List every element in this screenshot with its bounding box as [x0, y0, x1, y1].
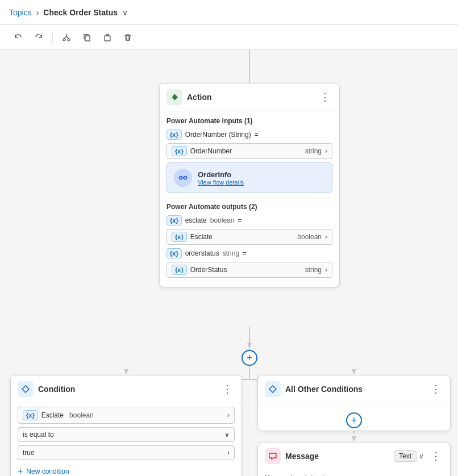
copy-button[interactable]: [78, 28, 96, 47]
message-card-menu-icon[interactable]: ⋮: [428, 450, 443, 462]
output1-var-row: {x} esclate boolean =: [166, 215, 332, 226]
new-condition-plus-icon: +: [18, 467, 23, 476]
action-card-title: Action: [187, 93, 313, 102]
breadcrumb-separator: ›: [36, 8, 39, 17]
svg-marker-16: [172, 94, 178, 101]
message-card-title: Message: [285, 452, 389, 461]
message-card-body: Your order status is...: [258, 470, 450, 476]
output1-field-type: boolean: [297, 233, 322, 241]
section-divider: [166, 198, 332, 198]
output1-chevron-icon: ›: [325, 233, 327, 241]
inputs-section-label: Power Automate inputs (1): [166, 117, 332, 125]
output2-badge: {x}: [166, 248, 182, 258]
cond-field-name: Esclate: [41, 411, 64, 419]
redo-button[interactable]: [30, 28, 48, 47]
message-card: Message Text ∨ ⋮ Your order status is...: [257, 442, 451, 476]
condition-card-header: Condition ⋮: [11, 375, 242, 403]
message-card-header: Message Text ∨ ⋮: [258, 442, 450, 470]
output1-field-row[interactable]: {x} Esclate boolean ›: [166, 229, 332, 245]
other-conditions-card: All Other Conditions ⋮ +: [257, 375, 451, 431]
condition-card-menu-icon[interactable]: ⋮: [220, 383, 235, 395]
other-condition-icon: [265, 381, 281, 397]
action-card-header: Action ⋮: [160, 83, 339, 111]
cond-field-badge: {x}: [23, 410, 38, 420]
breadcrumb-current: Check Order Status: [43, 8, 118, 17]
output1-field-badge: {x}: [172, 232, 187, 242]
breadcrumb-parent[interactable]: Topics: [9, 8, 32, 17]
condition-value: true: [23, 449, 35, 457]
input-field-type: string: [305, 147, 322, 155]
input-field-badge: {x}: [172, 146, 187, 156]
top-nav: Topics › Check Order Status ∨: [0, 0, 458, 25]
input-field-row[interactable]: {x} OrderNumber string ›: [166, 143, 332, 159]
orderinfo-link[interactable]: View flow details: [198, 179, 244, 186]
action-icon: [166, 89, 182, 105]
output2-field-name: OrderStatus: [190, 266, 302, 274]
other-card-title: All Other Conditions: [285, 385, 424, 394]
condition-icon: [18, 381, 34, 397]
action-card: Action ⋮ Power Automate inputs (1) {x} O…: [159, 83, 340, 287]
new-condition-label: New condition: [26, 467, 69, 475]
output1-field-name: Esclate: [190, 233, 294, 241]
output2-eq: =: [243, 249, 247, 257]
input-var-badge: {x}: [166, 130, 182, 140]
input-field-name: OrderNumber: [190, 147, 302, 155]
message-text-badge[interactable]: Text: [394, 450, 417, 462]
condition-operator: is equal to: [23, 431, 54, 439]
output2-chevron-icon: ›: [325, 266, 327, 274]
cond-field-chevron-icon: ›: [227, 411, 230, 419]
other-card-header: All Other Conditions ⋮: [258, 375, 450, 403]
cut-button[interactable]: [57, 28, 76, 47]
input-var-row: {x} OrderNumber (String) =: [166, 130, 332, 140]
svg-rect-3: [105, 36, 110, 41]
output2-field-badge: {x}: [172, 265, 187, 275]
svg-marker-11: [247, 343, 252, 349]
message-text-chevron-icon[interactable]: ∨: [419, 452, 424, 460]
condition-card-title: Condition: [38, 385, 215, 394]
action-card-body: Power Automate inputs (1) {x} OrderNumbe…: [160, 111, 339, 287]
toolbar: [0, 25, 458, 50]
other-card-menu-icon[interactable]: ⋮: [428, 383, 443, 395]
outputs-section-label: Power Automate outputs (2): [166, 203, 332, 211]
output1-eq: =: [238, 216, 242, 224]
orderinfo-card: OrderInfo View flow details: [166, 162, 332, 193]
condition-operator-chevron-icon: ∨: [224, 431, 230, 439]
output1-badge: {x}: [166, 215, 182, 226]
add-message-button[interactable]: +: [346, 412, 362, 428]
output1-name: esclate: [185, 216, 207, 224]
output2-name: orderstatus: [185, 249, 219, 257]
canvas: Action ⋮ Power Automate inputs (1) {x} O…: [0, 50, 458, 476]
input-var-eq: =: [255, 131, 259, 139]
message-body-text: Your order status is...: [265, 473, 334, 476]
input-var-name: OrderNumber (String): [185, 131, 251, 139]
paste-button[interactable]: [98, 28, 116, 47]
condition-value-chevron-icon: ›: [227, 449, 230, 457]
add-node-button[interactable]: +: [242, 350, 257, 366]
svg-marker-13: [352, 369, 356, 375]
svg-marker-12: [124, 369, 128, 375]
orderinfo-info: OrderInfo View flow details: [198, 170, 244, 186]
condition-card: Condition ⋮ {x} Esclate boolean › is equ…: [10, 375, 242, 476]
orderinfo-name: OrderInfo: [198, 170, 244, 179]
message-icon: [265, 448, 281, 464]
condition-value-row[interactable]: true ›: [18, 445, 235, 460]
output2-field-type: string: [305, 266, 322, 274]
output2-var-row: {x} orderstatus string =: [166, 248, 332, 258]
svg-rect-2: [85, 36, 90, 41]
output2-type: string: [223, 249, 239, 257]
breadcrumb-chevron-icon[interactable]: ∨: [122, 8, 128, 17]
orderinfo-icon: [174, 169, 192, 187]
new-condition-button[interactable]: + New condition: [11, 464, 76, 476]
cond-field-type: boolean: [69, 411, 94, 419]
condition-field-row[interactable]: {x} Esclate boolean ›: [18, 407, 235, 424]
input-field-chevron-icon: ›: [325, 147, 327, 155]
action-card-menu-icon[interactable]: ⋮: [318, 91, 332, 103]
svg-marker-15: [352, 436, 356, 442]
delete-button[interactable]: [119, 28, 137, 47]
condition-operator-row[interactable]: is equal to ∨: [18, 427, 235, 442]
toolbar-divider: [52, 32, 53, 43]
undo-button[interactable]: [9, 28, 27, 47]
output1-type: boolean: [210, 216, 235, 224]
output2-field-row[interactable]: {x} OrderStatus string ›: [166, 262, 332, 278]
